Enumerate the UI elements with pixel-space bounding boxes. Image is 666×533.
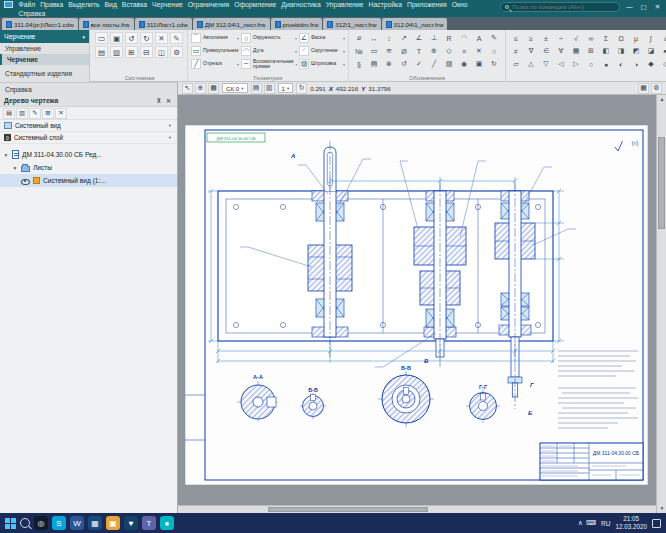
taskbar-app-icon[interactable]: T	[142, 516, 156, 530]
mode-selector[interactable]: Черчение	[0, 30, 89, 43]
view-tool-icon[interactable]: ↖	[182, 83, 193, 94]
ribbon-tool-icon[interactable]: ○	[584, 58, 598, 70]
geometry-tool[interactable]: ╱ Отрезок	[191, 58, 239, 70]
tray-icon[interactable]: ⌨	[586, 519, 596, 527]
horizontal-scrollbar[interactable]	[178, 505, 656, 513]
snap-step-combo[interactable]: 1	[278, 83, 294, 93]
geometry-tool[interactable]: ◜ Скругление	[299, 45, 345, 57]
horizontal-scroll-thumb[interactable]	[268, 507, 428, 512]
annotation-tool-icon[interactable]: ↗	[397, 32, 411, 44]
system-tool-icon[interactable]: ▭	[95, 32, 108, 44]
settings-icon[interactable]: ⚙	[651, 83, 662, 94]
mode-item-management[interactable]: Управление	[0, 43, 89, 54]
ribbon-tool-icon[interactable]: ◑	[629, 58, 643, 70]
geometry-tool[interactable]: ◠ Дуга	[241, 45, 297, 57]
document-tab[interactable]: 311.04(рг)\Лист1.cdw	[2, 18, 78, 30]
search-input[interactable]	[512, 4, 615, 10]
annotation-tool-icon[interactable]: ▭	[367, 45, 381, 57]
ribbon-tool-icon[interactable]: ±	[539, 32, 553, 44]
ribbon-tool-icon[interactable]: ∂	[659, 32, 666, 44]
ribbon-tool-icon[interactable]: ◪	[644, 45, 658, 57]
menu-item[interactable]: Окно	[449, 1, 470, 8]
system-tool-icon[interactable]: ⊞	[125, 46, 138, 58]
scroll-up-icon[interactable]: ▲	[657, 95, 666, 104]
start-button-icon[interactable]	[5, 518, 16, 529]
geometry-tool[interactable]: ∠ Фаска	[299, 32, 345, 44]
ribbon-tool-icon[interactable]: ∈	[539, 45, 553, 57]
ribbon-tool-icon[interactable]: ◩	[629, 45, 643, 57]
coordinate-system-combo[interactable]: СК 0	[222, 83, 248, 93]
tree-tool-icon[interactable]: ▥	[16, 108, 28, 119]
taskbar-search-icon[interactable]	[20, 518, 30, 528]
menu-item[interactable]: Диагностика	[279, 1, 323, 8]
ribbon-tool-icon[interactable]: µ	[629, 32, 643, 44]
geometry-tool[interactable]: ▨ Штриховка	[299, 58, 345, 70]
ribbon-tool-icon[interactable]: ∫	[644, 32, 658, 44]
annotation-tool-icon[interactable]: ↔	[367, 32, 381, 44]
document-tab[interactable]: 312.04\1_лист.frw	[382, 18, 448, 30]
ribbon-tool-icon[interactable]: ◇	[659, 58, 666, 70]
menu-item[interactable]: Вставка	[119, 1, 149, 8]
annotation-tool-icon[interactable]: ▤	[367, 58, 381, 70]
taskbar-app-icon[interactable]: ▦	[88, 516, 102, 530]
ribbon-tool-icon[interactable]: ÷	[554, 32, 568, 44]
angle-icon[interactable]: ↻	[296, 83, 307, 94]
annotation-tool-icon[interactable]: ↻	[487, 58, 501, 70]
minimize-button[interactable]: —	[623, 1, 636, 12]
ribbon-tool-icon[interactable]: ≠	[509, 45, 523, 57]
notification-center-icon[interactable]	[652, 519, 661, 528]
document-tab[interactable]: ДМ 312.04\1_лист.frw	[193, 18, 270, 30]
help-button[interactable]: Справка	[0, 82, 178, 95]
annotation-tool-icon[interactable]: §	[352, 58, 366, 70]
current-layer-combo[interactable]: 0 Системный слой	[0, 132, 177, 144]
menu-item[interactable]: Ограничения	[185, 1, 231, 8]
view-tool-icon[interactable]: ⊕	[195, 83, 206, 94]
ribbon-tool-icon[interactable]: ≥	[524, 32, 538, 44]
taskbar-app-icon[interactable]: ◎	[34, 516, 48, 530]
annotation-tool-icon[interactable]: ○	[487, 45, 501, 57]
taskbar-app-icon[interactable]: S	[52, 516, 66, 530]
ribbon-tool-icon[interactable]: ◁	[554, 58, 568, 70]
ribbon-tool-icon[interactable]: Ω	[614, 32, 628, 44]
taskbar-app-icon[interactable]: ▣	[106, 516, 120, 530]
menu-item[interactable]: Вид	[102, 1, 119, 8]
ribbon-tool-icon[interactable]: ◐	[614, 58, 628, 70]
vertical-scroll-thumb[interactable]	[658, 137, 665, 229]
menu-item[interactable]: Оформление	[232, 1, 279, 8]
system-tool-icon[interactable]: ✕	[155, 32, 168, 44]
vertical-scrollbar[interactable]: ▲ ▼	[656, 95, 666, 513]
taskbar-app-icon[interactable]: W	[70, 516, 84, 530]
tree-item-system-view[interactable]: Системный вид (1:...	[0, 174, 177, 187]
taskbar-app-icon[interactable]: ●	[160, 516, 174, 530]
ribbon-tool-icon[interactable]: ▱	[509, 58, 523, 70]
annotation-tool-icon[interactable]: ≡	[457, 45, 471, 57]
ribbon-tool-icon[interactable]: ●	[599, 58, 613, 70]
ribbon-tool-icon[interactable]: ▦	[569, 45, 583, 57]
maximize-button[interactable]: ▢	[637, 1, 650, 12]
ribbon-tool-icon[interactable]: ◨	[614, 45, 628, 57]
menu-item[interactable]: Правка	[38, 1, 66, 8]
ribbon-tool-icon[interactable]: Σ	[599, 32, 613, 44]
command-search[interactable]	[500, 2, 620, 12]
menu-item[interactable]: Управление	[323, 1, 366, 8]
annotation-tool-icon[interactable]: ↕	[382, 32, 396, 44]
annotation-tool-icon[interactable]: Ø	[397, 45, 411, 57]
geometry-tool[interactable]: ▭ Прямоугольник	[191, 45, 239, 57]
view-tool-icon[interactable]: ▦	[208, 83, 219, 94]
drawing-canvas[interactable]: ДМ 311-04.30.00 СБ (√)	[178, 95, 656, 513]
menu-item[interactable]: Приложения	[405, 1, 450, 8]
menu-item[interactable]: Настройка	[366, 1, 404, 8]
system-tool-icon[interactable]: ▥	[110, 46, 123, 58]
mode-item-standard-parts[interactable]: Стандартные изделия	[0, 65, 89, 82]
document-tab[interactable]: все листы.frw	[79, 18, 134, 30]
pin-icon[interactable]: ⊼	[155, 97, 163, 104]
system-tool-icon[interactable]: ⚙	[170, 46, 183, 58]
close-panel-icon[interactable]: ✕	[164, 97, 173, 104]
ribbon-tool-icon[interactable]: ◧	[599, 45, 613, 57]
system-tool-icon[interactable]: ▤	[95, 46, 108, 58]
menu-item[interactable]: Файл	[16, 1, 38, 8]
annotation-tool-icon[interactable]: №	[352, 45, 366, 57]
system-tool-icon[interactable]: ⊟	[140, 46, 153, 58]
annotation-tool-icon[interactable]: ∠	[412, 32, 426, 44]
annotation-tool-icon[interactable]: ◉	[457, 58, 471, 70]
